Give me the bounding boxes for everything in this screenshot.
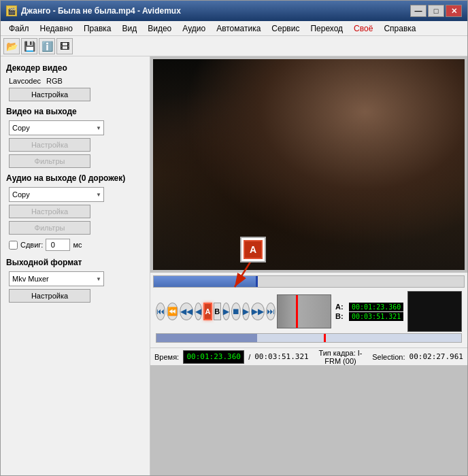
a-label: A: xyxy=(335,303,346,311)
a-point-row: A: 00:01:23.360 xyxy=(335,303,403,311)
maximize-button[interactable]: □ xyxy=(428,5,444,17)
menu-auto[interactable]: Автоматика xyxy=(211,22,266,35)
video-output-filters-button[interactable]: Фильтры xyxy=(9,154,90,168)
main-content: Декодер видео Lavcodec RGB Настройка Вид… xyxy=(1,56,467,475)
info-button[interactable]: ℹ️ xyxy=(39,38,55,54)
rewind-start-button[interactable]: ⏮ xyxy=(156,303,165,320)
next-frame-button[interactable]: ▶ xyxy=(242,303,250,320)
video-decoder-settings-button[interactable]: Настройка xyxy=(9,88,90,101)
format-wrapper: Mkv Muxer ▼ xyxy=(9,271,104,286)
ab-timecodes: A: 00:01:23.360 B: 00:03:51.321 xyxy=(335,303,403,321)
transport-section: A xyxy=(153,290,465,343)
output-format-select[interactable]: Mkv Muxer xyxy=(9,271,104,286)
codec-name: Lavcodec xyxy=(9,77,41,85)
selection-label: Selection: xyxy=(372,353,405,361)
mini-timeline-fill xyxy=(156,334,257,342)
video-scene xyxy=(153,59,465,270)
audio-output-settings-button[interactable]: Настройка xyxy=(9,205,90,218)
video-output-select[interactable]: Copy xyxy=(9,120,104,135)
open-button[interactable]: 📂 xyxy=(3,38,20,54)
menu-edit[interactable]: Правка xyxy=(78,22,117,35)
output-format-settings-button[interactable]: Настройка xyxy=(9,289,90,303)
time-label: Время: xyxy=(154,353,179,361)
output-format-title: Выходной формат xyxy=(6,258,144,267)
menu-audio[interactable]: Аудио xyxy=(177,22,211,35)
shift-unit: мс xyxy=(73,241,82,249)
audio-output-filters-button[interactable]: Фильтры xyxy=(9,221,90,235)
selection-time: 00:02:27.961 xyxy=(410,352,463,361)
black-thumbnail xyxy=(407,291,462,332)
menu-bar: Файл Недавно Правка Вид Видео Аудио Авто… xyxy=(1,21,467,36)
codec-button[interactable]: 🎞 xyxy=(56,38,73,54)
audio-output-select[interactable]: Copy xyxy=(9,187,104,202)
step-back-button[interactable]: ◀◀ xyxy=(180,303,193,320)
timeline-area: A xyxy=(150,273,467,347)
menu-help[interactable]: Справка xyxy=(378,22,421,35)
main-timeline[interactable] xyxy=(153,275,465,288)
menu-view[interactable]: Вид xyxy=(117,22,143,35)
shift-row: Сдвиг: мс xyxy=(6,237,144,252)
right-transport-info: A: 00:01:23.360 B: 00:03:51.321 xyxy=(277,291,462,332)
minimize-button[interactable]: — xyxy=(410,5,427,17)
transport-bar: ⏮ ⏪ ◀◀ ◀ A B ▶ ⏹ ▶ ▶▶ ⏭ xyxy=(153,290,465,333)
step-forward-button[interactable]: ▶▶ xyxy=(251,303,265,320)
forward-end-button[interactable]: ⏭ xyxy=(266,303,275,320)
video-decoder-title: Декодер видео xyxy=(6,63,144,73)
b-timecode: 00:03:51.321 xyxy=(349,312,403,321)
prev-frame-button[interactable]: ◀ xyxy=(195,303,202,320)
menu-service[interactable]: Сервис xyxy=(266,22,305,35)
b-label: B: xyxy=(335,312,346,321)
output-format-select-row: Mkv Muxer ▼ xyxy=(6,271,144,286)
menu-video[interactable]: Видео xyxy=(142,22,177,35)
frame-type-display: Тип кадра: I-FRM (00) xyxy=(313,349,369,365)
video-output-title: Видео на выходе xyxy=(6,107,144,116)
stop-button[interactable]: ⏹ xyxy=(231,303,241,320)
shift-input[interactable] xyxy=(46,239,70,251)
mini-timeline-container xyxy=(153,333,465,343)
mark-a-button[interactable]: A xyxy=(203,303,212,320)
total-time: 00:03:51.321 xyxy=(254,352,308,361)
title-bar: 🎬 Джанго - Была не была.mp4 - Avidemux —… xyxy=(1,1,467,21)
codec-value: RGB xyxy=(46,77,63,85)
window-controls: — □ ✕ xyxy=(410,5,462,17)
thumbnail-marker xyxy=(296,295,298,328)
audio-mode-wrapper: Copy ▼ xyxy=(9,187,104,202)
left-panel: Декодер видео Lavcodec RGB Настройка Вид… xyxy=(1,56,150,475)
right-panel: A xyxy=(150,56,467,475)
main-window: 🎬 Джанго - Была не была.mp4 - Avidemux —… xyxy=(0,0,468,476)
menu-recent[interactable]: Недавно xyxy=(35,22,78,35)
play-button[interactable]: ▶ xyxy=(222,303,230,320)
total-time-separator: / xyxy=(248,353,250,361)
video-output-select-row: Copy ▼ xyxy=(6,120,144,135)
menu-navigate[interactable]: Переход xyxy=(305,22,348,35)
video-preview xyxy=(153,59,465,270)
menu-file[interactable]: Файл xyxy=(3,22,35,35)
audio-output-title: Аудио на выходе (0 дорожек) xyxy=(6,173,144,183)
current-time-input[interactable] xyxy=(183,350,244,364)
save-button[interactable]: 💾 xyxy=(21,38,37,54)
thumbnail-strip xyxy=(277,294,331,328)
mark-b-button[interactable]: B xyxy=(214,303,221,320)
rewind-button[interactable]: ⏪ xyxy=(167,303,178,320)
video-frame xyxy=(153,59,465,270)
close-button[interactable]: ✕ xyxy=(446,5,462,17)
b-point-row: B: 00:03:51.321 xyxy=(335,312,403,321)
shift-checkbox[interactable] xyxy=(9,241,18,250)
mini-timeline[interactable] xyxy=(156,333,462,343)
shift-label: Сдвиг: xyxy=(20,241,43,249)
status-bar: Время: / 00:03:51.321 Тип кадра: I-FRM (… xyxy=(150,347,467,365)
menu-custom[interactable]: Своё xyxy=(348,22,378,35)
video-output-settings-button[interactable]: Настройка xyxy=(9,138,90,152)
a-timecode: 00:01:23.360 xyxy=(349,303,403,311)
window-title: Джанго - Была не была.mp4 - Avidemux xyxy=(21,6,410,16)
a-marker-annotation: A xyxy=(240,237,266,262)
toolbar: 📂 💾 ℹ️ 🎞 xyxy=(1,36,467,56)
audio-output-select-row: Copy ▼ xyxy=(6,187,144,202)
codec-info: Lavcodec RGB xyxy=(6,77,144,85)
video-mode-wrapper: Copy ▼ xyxy=(9,120,104,135)
mini-timeline-red-marker xyxy=(324,334,326,342)
app-icon: 🎬 xyxy=(6,5,17,16)
